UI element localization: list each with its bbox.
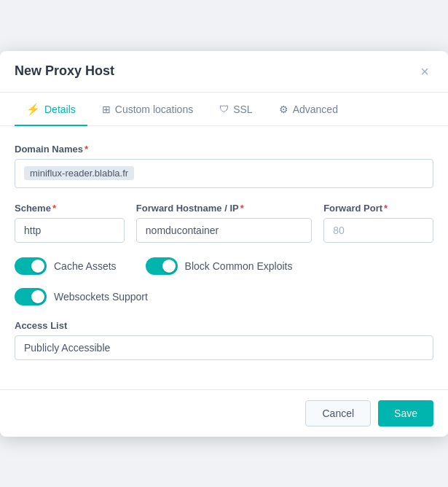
lightning-icon [26,103,40,116]
toggles-row-1: Cache Assets Block Common Exploits [15,257,433,275]
forward-port-group: Forward Port* [323,203,433,243]
modal-header: New Proxy Host × [0,51,448,93]
save-button[interactable]: Save [378,400,433,426]
cache-assets-toggle-item: Cache Assets [15,257,117,275]
tab-custom-locations[interactable]: ⊞ Custom locations [90,93,205,126]
shield-icon: 🛡 [219,104,229,114]
domain-names-label: Domain Names* [15,144,433,155]
cache-assets-toggle[interactable] [15,257,47,275]
access-list-label: Access List [15,320,433,331]
forward-port-label: Forward Port* [323,203,433,214]
forward-hostname-label: Forward Hostname / IP* [136,203,312,214]
forward-hostname-input[interactable] [136,218,312,243]
forward-port-input[interactable] [323,218,433,243]
scheme-group: Scheme* [15,203,125,243]
tab-details[interactable]: Details [15,93,87,126]
domain-tag: miniflux-reader.blabla.fr [24,166,134,180]
domain-names-input[interactable]: miniflux-reader.blabla.fr [15,159,433,188]
tab-advanced-label: Advanced [293,104,338,115]
access-list-input[interactable] [15,335,433,360]
gear-icon: ⚙ [279,104,288,115]
close-button[interactable]: × [416,63,433,80]
three-col-row: Scheme* Forward Hostname / IP* Forward P… [15,203,433,243]
block-exploits-toggle[interactable] [146,257,178,275]
new-proxy-host-modal: New Proxy Host × Details ⊞ Custom locati… [0,51,448,437]
domain-names-group: Domain Names* miniflux-reader.blabla.fr [15,144,433,188]
websockets-toggle[interactable] [15,288,47,305]
tab-bar: Details ⊞ Custom locations 🛡 SSL ⚙ Advan… [0,93,448,126]
websockets-label: Websockets Support [54,291,148,303]
block-exploits-toggle-item: Block Common Exploits [146,257,293,275]
modal-footer: Cancel Save [0,389,448,437]
modal-body: Domain Names* miniflux-reader.blabla.fr … [0,126,448,389]
modal-title: New Proxy Host [15,63,114,79]
tab-details-label: Details [44,104,76,115]
toggles-row-2: Websockets Support [15,288,433,305]
access-list-group: Access List [15,320,433,360]
tab-ssl-label: SSL [233,104,252,115]
websockets-toggle-item: Websockets Support [15,288,148,305]
layers-icon: ⊞ [102,104,111,115]
forward-hostname-group: Forward Hostname / IP* [136,203,312,243]
block-exploits-label: Block Common Exploits [185,260,293,272]
tab-ssl[interactable]: 🛡 SSL [208,93,264,126]
scheme-label: Scheme* [15,203,125,214]
tab-custom-locations-label: Custom locations [115,104,193,115]
scheme-input[interactable] [15,218,125,243]
cache-assets-label: Cache Assets [54,260,117,272]
cancel-button[interactable]: Cancel [305,400,371,426]
tab-advanced[interactable]: ⚙ Advanced [267,93,350,126]
